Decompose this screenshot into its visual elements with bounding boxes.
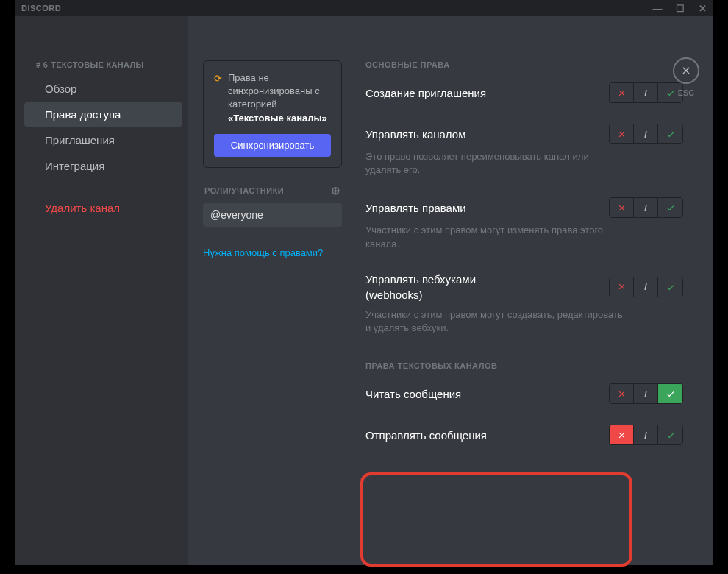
perm-manage-webhooks: Управлять вебхуками (webhooks) / Участни… bbox=[365, 272, 683, 335]
close-settings: ESC bbox=[673, 57, 699, 97]
perm-toggle: / bbox=[609, 197, 683, 218]
sidebar-item-integrations[interactable]: Интеграция bbox=[24, 154, 182, 178]
channel-hash-icon: # 6 bbox=[36, 60, 48, 69]
add-role-icon[interactable]: ⊕ bbox=[331, 184, 341, 197]
perm-deny[interactable] bbox=[610, 384, 634, 403]
close-window-button[interactable]: ✕ bbox=[699, 3, 707, 14]
sidebar-item-overview[interactable]: Обзор bbox=[24, 77, 182, 101]
roles-header: РОЛИ/УЧАСТНИКИ ⊕ bbox=[203, 181, 342, 200]
perm-neutral[interactable]: / bbox=[634, 83, 658, 102]
perm-deny[interactable] bbox=[610, 124, 634, 144]
sync-button[interactable]: Синхронизировать bbox=[214, 134, 331, 157]
titlebar: DISCORD — ☐ ✕ bbox=[15, 0, 713, 16]
sync-notice-card: ⟳ Права не синхронизированы с категорией… bbox=[203, 60, 342, 168]
roles-header-label: РОЛИ/УЧАСТНИКИ bbox=[204, 186, 284, 195]
perm-neutral[interactable]: / bbox=[634, 425, 658, 444]
perm-read-messages: Читать сообщения / bbox=[365, 383, 683, 404]
content-area: # 6 ТЕКСТОВЫЕ КАНАЛЫ Обзор Права доступа… bbox=[15, 16, 713, 565]
perm-create-invite: Создание приглашения / bbox=[365, 82, 683, 103]
section-text-channel-permissions: ПРАВА ТЕКСТОВЫХ КАНАЛОВ bbox=[365, 361, 683, 370]
warning-icon: ⟳ bbox=[214, 72, 222, 125]
perm-toggle: / bbox=[609, 82, 683, 103]
perm-toggle: / bbox=[609, 425, 683, 445]
minimize-button[interactable]: — bbox=[653, 3, 663, 14]
perm-toggle: / bbox=[609, 277, 683, 297]
perm-title: Создание приглашения bbox=[365, 87, 486, 99]
perm-title: Управлять правами bbox=[365, 202, 466, 214]
perm-deny[interactable] bbox=[610, 83, 634, 102]
window-controls: — ☐ ✕ bbox=[653, 3, 707, 14]
perm-neutral[interactable]: / bbox=[634, 124, 658, 144]
perm-description: Участники с этим правом могут создавать,… bbox=[365, 308, 623, 335]
permissions-help-link[interactable]: Нужна помощь с правами? bbox=[203, 247, 342, 258]
perm-allow[interactable] bbox=[658, 277, 682, 297]
perm-neutral[interactable]: / bbox=[634, 277, 658, 297]
sidebar-item-delete-channel[interactable]: Удалить канал bbox=[24, 196, 182, 220]
sidebar-category-label: ТЕКСТОВЫЕ КАНАЛЫ bbox=[51, 60, 143, 69]
perm-title: Управлять вебхуками (webhooks) bbox=[365, 272, 513, 302]
perm-manage-channel: Управлять каналом / Это право позволяет … bbox=[365, 124, 683, 177]
sidebar-item-invites[interactable]: Приглашения bbox=[24, 128, 182, 152]
perm-title: Управлять каналом bbox=[365, 128, 465, 141]
permissions-panel: ОСНОВНЫЕ ПРАВА Создание приглашения / Уп… bbox=[354, 16, 713, 565]
sidebar-item-permissions[interactable]: Права доступа bbox=[24, 102, 182, 127]
maximize-button[interactable]: ☐ bbox=[676, 3, 685, 14]
perm-description: Это право позволяет переименовывать кана… bbox=[365, 150, 623, 177]
perm-toggle: / bbox=[609, 124, 683, 144]
perm-description: Участники с этим правом могут изменять п… bbox=[365, 224, 623, 250]
sync-notice-text: ⟳ Права не синхронизированы с категорией… bbox=[214, 71, 331, 125]
app-window: DISCORD — ☐ ✕ # 6 ТЕКСТОВЫЕ КАНАЛЫ Обзор… bbox=[15, 0, 713, 565]
perm-deny[interactable] bbox=[610, 198, 634, 217]
perm-title: Читать сообщения bbox=[365, 388, 461, 400]
settings-sidebar: # 6 ТЕКСТОВЫЕ КАНАЛЫ Обзор Права доступа… bbox=[15, 16, 188, 565]
sidebar-category-header: # 6 ТЕКСТОВЫЕ КАНАЛЫ bbox=[15, 60, 188, 75]
perm-neutral[interactable]: / bbox=[634, 384, 658, 403]
roles-column: ⟳ Права не синхронизированы с категорией… bbox=[188, 16, 354, 565]
perm-manage-permissions: Управлять правами / Участники с этим пра… bbox=[365, 197, 683, 250]
sync-text-bold: «Текстовые каналы» bbox=[228, 113, 327, 124]
perm-send-messages: Отправлять сообщения / bbox=[365, 425, 683, 445]
close-button[interactable] bbox=[673, 57, 699, 84]
perm-deny[interactable] bbox=[610, 277, 634, 297]
perm-toggle: / bbox=[609, 383, 683, 404]
role-everyone[interactable]: @everyone bbox=[203, 203, 342, 227]
perm-neutral[interactable]: / bbox=[634, 198, 658, 217]
perm-deny[interactable] bbox=[610, 425, 634, 444]
perm-allow[interactable] bbox=[658, 384, 682, 403]
sync-text-pre: Права не синхронизированы с категорией bbox=[228, 72, 320, 110]
section-general-permissions: ОСНОВНЫЕ ПРАВА bbox=[365, 60, 683, 69]
perm-allow[interactable] bbox=[658, 124, 682, 144]
app-name: DISCORD bbox=[21, 4, 61, 13]
esc-label: ESC bbox=[673, 88, 699, 97]
perm-allow[interactable] bbox=[658, 425, 682, 444]
perm-allow[interactable] bbox=[658, 198, 682, 217]
perm-title: Отправлять сообщения bbox=[365, 429, 487, 442]
